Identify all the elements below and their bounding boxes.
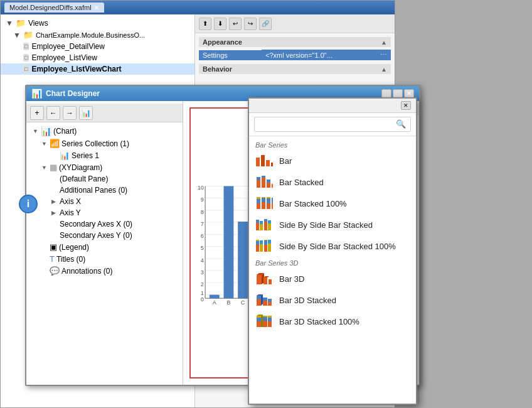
svg-marker-84 bbox=[261, 294, 263, 306]
win-controls: _ □ ✕ bbox=[381, 89, 414, 98]
svg-rect-96 bbox=[263, 316, 267, 317]
search-icon: 🔍 bbox=[396, 119, 406, 129]
svg-text:9: 9 bbox=[201, 196, 204, 203]
toolbar-btn-2[interactable]: ⬇ bbox=[214, 18, 226, 30]
tree-titles[interactable]: ▶ T Titles (0) bbox=[29, 253, 180, 265]
chart-types-btn[interactable]: 📊 bbox=[79, 106, 93, 120]
maximize-btn[interactable]: □ bbox=[393, 89, 403, 98]
class-icon-1: □ bbox=[23, 43, 29, 50]
svg-rect-48 bbox=[257, 197, 260, 199]
picker-item-bar-stacked[interactable]: Bar Stacked bbox=[249, 171, 416, 193]
tree-default-pane[interactable]: ▶ (Default Pane) bbox=[29, 173, 180, 185]
picker-item-bar-stacked100[interactable]: Bar Stacked 100% bbox=[249, 193, 416, 214]
svg-rect-99 bbox=[268, 316, 272, 318]
svg-rect-72 bbox=[264, 240, 267, 240]
toolbar-btn-redo[interactable]: ↪ bbox=[244, 18, 257, 30]
arrow-say: ▶ bbox=[51, 232, 58, 239]
tree-annotations[interactable]: ▶ 💬 Annotations (0) bbox=[29, 265, 180, 277]
picker-item-bar3d-stacked[interactable]: Bar 3D Stacked bbox=[249, 289, 416, 311]
svg-rect-75 bbox=[257, 275, 262, 284]
svg-rect-68 bbox=[260, 244, 263, 252]
picker-search-input[interactable] bbox=[254, 117, 411, 132]
tree-legend[interactable]: ▶ ▣ (Legend) bbox=[29, 241, 180, 253]
picker-item-bar3d[interactable]: Bar 3D bbox=[249, 268, 416, 289]
svg-rect-46 bbox=[257, 203, 260, 209]
tree-additional-panes[interactable]: ▶ Additional Panes (0) bbox=[29, 185, 180, 196]
svg-rect-73 bbox=[268, 244, 271, 252]
legend-icon: ▣ bbox=[50, 242, 57, 252]
arrow-ap: ▶ bbox=[51, 187, 58, 193]
chart-tree-area: ▼ 📊 (Chart) ▼ 📶 Series Collection (1) ▶ … bbox=[26, 122, 183, 279]
svg-rect-51 bbox=[262, 197, 265, 198]
tree-item-listview[interactable]: □ Employee_ListView bbox=[1, 52, 194, 63]
tree-chart-root[interactable]: ▼ 📊 (Chart) bbox=[29, 125, 180, 137]
chart-title-icon: 📊 bbox=[31, 89, 42, 99]
tree-item-views[interactable]: ▼ 📁 Views bbox=[1, 17, 194, 29]
toolbar-btn-link[interactable]: 🔗 bbox=[259, 18, 272, 30]
svg-rect-42 bbox=[262, 176, 265, 178]
picker-item-side-bar100[interactable]: Side By Side Bar Stacked 100% bbox=[249, 235, 416, 257]
series1-icon: 📊 bbox=[60, 151, 70, 160]
svg-text:B: B bbox=[226, 299, 230, 306]
svg-text:5: 5 bbox=[201, 245, 204, 251]
sec-axes-y-label: Secondary Axes Y (0) bbox=[60, 231, 132, 240]
back-btn[interactable]: ← bbox=[46, 106, 60, 120]
add-btn[interactable]: + bbox=[30, 106, 44, 120]
side-bar-stacked-icon bbox=[255, 218, 273, 232]
settings-value: <?xml version="1.0"... ⋯ bbox=[262, 50, 391, 60]
svg-rect-85 bbox=[263, 301, 267, 306]
minimize-btn[interactable]: _ bbox=[381, 89, 391, 98]
module-icon: 📁 bbox=[23, 30, 33, 40]
svg-text:4: 4 bbox=[201, 257, 204, 264]
tree-item-detailview[interactable]: □ Employee_DetailView bbox=[1, 41, 194, 52]
picker-item-bar[interactable]: Bar bbox=[249, 150, 416, 171]
behavior-expand-icon: ▲ bbox=[381, 66, 387, 73]
info-bubble[interactable]: i bbox=[19, 195, 38, 213]
picker-win-controls: ✕ bbox=[401, 101, 411, 110]
arrow-ax: ▶ bbox=[51, 198, 58, 205]
close-btn[interactable]: ✕ bbox=[404, 89, 414, 98]
svg-rect-43 bbox=[267, 183, 270, 188]
settings-label: Settings bbox=[199, 50, 262, 60]
tree-axis-y[interactable]: ▶ Axis Y bbox=[29, 207, 180, 218]
ide-tab[interactable]: Model.DesignedDiffs.xafml ✕ bbox=[4, 3, 104, 13]
svg-text:2: 2 bbox=[201, 281, 204, 287]
tree-item-listviewchart[interactable]: □ Employee_ListViewChart bbox=[1, 63, 194, 75]
picker-close-btn[interactable]: ✕ bbox=[401, 101, 411, 110]
picker-item-bar3d-stacked-label: Bar 3D Stacked bbox=[279, 296, 336, 305]
svg-rect-67 bbox=[256, 240, 259, 241]
class-icon-2: □ bbox=[23, 54, 29, 62]
appearance-label: Appearance bbox=[203, 38, 242, 46]
ide-close-btn[interactable]: ✕ bbox=[94, 4, 99, 11]
tree-series1[interactable]: ▶ 📊 Series 1 bbox=[29, 149, 180, 161]
bar3d-stacked-icon bbox=[255, 293, 273, 307]
svg-rect-86 bbox=[263, 298, 267, 301]
appearance-section: Appearance ▲ bbox=[199, 37, 391, 47]
svg-rect-70 bbox=[264, 245, 267, 252]
settings-menu-icon[interactable]: ⋯ bbox=[380, 51, 387, 59]
tree-item-module-label: ChartExample.Module.BusinessO... bbox=[36, 31, 145, 39]
expand-icon: ▲ bbox=[381, 39, 387, 46]
toolbar-btn-1[interactable]: ⬆ bbox=[199, 18, 211, 30]
tree-item-listviewchart-label: Employee_ListViewChart bbox=[31, 65, 121, 73]
side-bar-stacked100-icon bbox=[255, 239, 273, 253]
picker-item-bar3d-stacked100[interactable]: Bar 3D Stacked 100% bbox=[249, 311, 416, 332]
tree-item-module[interactable]: ▼ 📁 ChartExample.Module.BusinessO... bbox=[1, 29, 194, 41]
svg-rect-91 bbox=[257, 316, 261, 318]
arrow-annotations: ▶ bbox=[41, 268, 48, 274]
behavior-section: Behavior ▲ bbox=[199, 64, 391, 74]
tree-item-listview-label: Employee_ListView bbox=[31, 53, 97, 62]
svg-rect-69 bbox=[260, 240, 263, 244]
toolbar-btn-undo[interactable]: ↩ bbox=[229, 18, 242, 30]
tree-sec-axes-y[interactable]: ▶ Secondary Axes Y (0) bbox=[29, 230, 180, 241]
picker-item-side-bar[interactable]: Side By Side Bar Stacked bbox=[249, 214, 416, 235]
tree-sec-axes-x[interactable]: ▶ Secondary Axes X (0) bbox=[29, 218, 180, 230]
svg-rect-66 bbox=[256, 241, 259, 245]
picker-header: ✕ bbox=[249, 99, 416, 113]
tree-axis-x[interactable]: ▶ Axis X bbox=[29, 196, 180, 207]
svg-rect-25 bbox=[238, 222, 248, 298]
tree-series-collection[interactable]: ▼ 📶 Series Collection (1) bbox=[29, 137, 180, 149]
chart-title-label: Chart Designer bbox=[46, 89, 100, 98]
fwd-btn[interactable]: → bbox=[63, 106, 77, 120]
tree-xydiagram[interactable]: ▼ ▦ (XYDiagram) bbox=[29, 161, 180, 173]
